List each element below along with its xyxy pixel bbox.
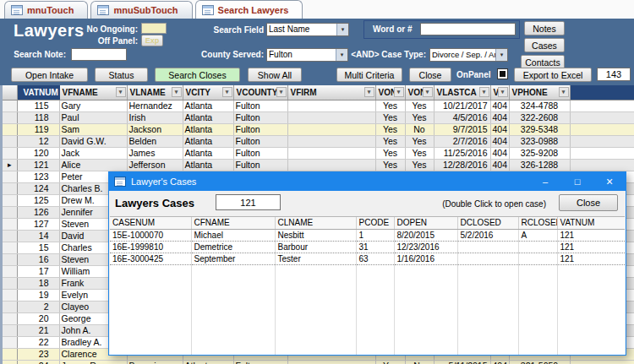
case-row[interactable]: 16E-1999810DemetriceBarbour3112/23/20161… [110, 241, 625, 253]
cases-column-header-casenum[interactable]: CASENUM [110, 217, 191, 229]
cell[interactable]: Atlanta [183, 159, 233, 171]
cell[interactable]: 125 [17, 194, 59, 206]
column-header-vcity[interactable]: VCITY▾ [183, 85, 233, 100]
cell[interactable]: 124 [17, 182, 59, 194]
cell[interactable]: 404 [490, 123, 509, 135]
cell[interactable]: 19 [17, 289, 59, 301]
filter-arrow-icon[interactable]: ▾ [364, 87, 374, 97]
cases-column-header-dclosed[interactable]: DCLOSED [457, 217, 518, 229]
cell[interactable]: 123 [17, 171, 59, 182]
cell[interactable]: Alice [59, 159, 127, 171]
exp-button[interactable]: Exp [141, 35, 163, 46]
cell[interactable]: Atlanta [183, 147, 233, 159]
open-intake-button[interactable]: Open Intake [11, 68, 88, 82]
cell[interactable]: Atlanta [183, 360, 233, 364]
cell[interactable]: 404 [490, 360, 509, 364]
minimize-icon[interactable]: – [529, 172, 561, 191]
cell[interactable]: Atlanta [183, 123, 233, 135]
column-header-vfname[interactable]: VFNAME▾ [59, 85, 127, 100]
onpanel-checkbox[interactable] [497, 68, 508, 79]
cell[interactable]: 115 [17, 100, 59, 111]
record-selector[interactable] [3, 289, 17, 301]
record-selector[interactable] [3, 230, 17, 242]
cell[interactable]: Yes [375, 123, 405, 135]
cell[interactable]: 10/21/2017 [434, 100, 490, 111]
cases-column-header-clname[interactable]: CLNAME [275, 217, 356, 229]
cell[interactable]: Yes [405, 147, 434, 159]
cell[interactable]: 119 [17, 123, 59, 135]
record-selector[interactable] [3, 301, 17, 312]
popup-vatnum-field[interactable] [216, 194, 281, 210]
cell[interactable]: 127 [17, 218, 59, 230]
cell[interactable]: Yes [375, 135, 405, 147]
cell[interactable] [518, 241, 557, 253]
cell[interactable]: 321-5050 [509, 360, 570, 364]
cell[interactable]: 4/5/2016 [434, 111, 490, 123]
record-selector[interactable] [3, 253, 17, 265]
cell[interactable]: Jackson [127, 123, 183, 135]
record-selector[interactable] [3, 135, 17, 147]
column-header-vong[interactable]: VONG▾ [405, 85, 434, 100]
column-header-vatnum[interactable]: VATNUM [17, 85, 59, 100]
filter-arrow-icon[interactable]: ▾ [222, 87, 232, 97]
cell[interactable]: 5/2/2016 [457, 229, 518, 241]
cell[interactable]: 404 [490, 159, 509, 171]
chevron-down-icon[interactable]: ▾ [336, 24, 348, 35]
record-selector[interactable] [3, 360, 17, 364]
cell[interactable]: Fulton [233, 123, 287, 135]
cell[interactable]: Yes [375, 147, 405, 159]
cell[interactable]: No [405, 360, 434, 364]
cases-column-header-rclosed[interactable]: RCLOSED [518, 217, 557, 229]
search-note-input[interactable] [71, 48, 127, 61]
cell[interactable]: Atlanta [183, 100, 233, 111]
record-selector[interactable] [3, 348, 17, 360]
cell[interactable] [287, 159, 375, 171]
cell[interactable]: 404 [490, 147, 509, 159]
close-icon[interactable]: × [593, 172, 626, 191]
cell[interactable]: 23 [17, 348, 59, 360]
cell[interactable]: Fulton [233, 111, 287, 123]
cell[interactable]: 323-0988 [509, 135, 570, 147]
cell[interactable]: Yes [375, 111, 405, 123]
show-all-button[interactable]: Show All [248, 68, 302, 82]
cell[interactable]: 12/23/2016 [394, 241, 457, 253]
search-field-combo[interactable]: Last Name ▾ [266, 23, 349, 36]
cell[interactable]: David G.W. [59, 135, 127, 147]
cell[interactable]: 31 [356, 241, 394, 253]
record-selector[interactable] [3, 242, 17, 253]
record-selector[interactable] [3, 336, 17, 348]
cell[interactable] [287, 100, 375, 111]
cell[interactable]: Yes [405, 135, 434, 147]
current-record-arrow-icon[interactable]: ▸ [3, 159, 17, 171]
record-selector[interactable] [3, 277, 17, 289]
cell[interactable] [287, 123, 375, 135]
cell[interactable]: Jefferson [127, 159, 183, 171]
cell[interactable] [287, 360, 375, 364]
cell[interactable]: Atlanta [183, 135, 233, 147]
cell[interactable]: 121 [557, 241, 625, 253]
cell[interactable]: Fulton [233, 159, 287, 171]
cell[interactable]: 325-9208 [509, 147, 570, 159]
cell[interactable]: 2 [17, 301, 59, 312]
cell[interactable]: 1/16/2016 [394, 253, 457, 264]
tab-mnutouch[interactable]: mnuTouch [4, 1, 88, 19]
cell[interactable]: Gary [59, 100, 127, 111]
word-or-input[interactable] [420, 23, 516, 35]
cell[interactable]: 17 [17, 265, 59, 277]
record-selector[interactable] [3, 123, 17, 135]
maximize-icon[interactable]: □ [561, 172, 593, 191]
cases-column-header-pcode[interactable]: PCODE [356, 217, 394, 229]
cell[interactable]: Hernandez [127, 100, 183, 111]
record-selector[interactable] [3, 324, 17, 336]
cell[interactable]: 404 [490, 135, 509, 147]
cases-column-header-cfname[interactable]: CFNAME [191, 217, 275, 229]
cell[interactable]: 404 [490, 111, 509, 123]
filter-arrow-icon[interactable]: ▾ [394, 87, 404, 97]
cell[interactable]: Fulton [233, 360, 287, 364]
cell[interactable]: 326-1288 [509, 159, 570, 171]
status-button[interactable]: Status [95, 68, 148, 82]
cell[interactable] [287, 135, 375, 147]
cell[interactable]: 21 [17, 324, 59, 336]
cell[interactable]: 8/20/2015 [394, 229, 457, 241]
column-header-vlname[interactable]: VLNAME▾ [127, 85, 183, 100]
